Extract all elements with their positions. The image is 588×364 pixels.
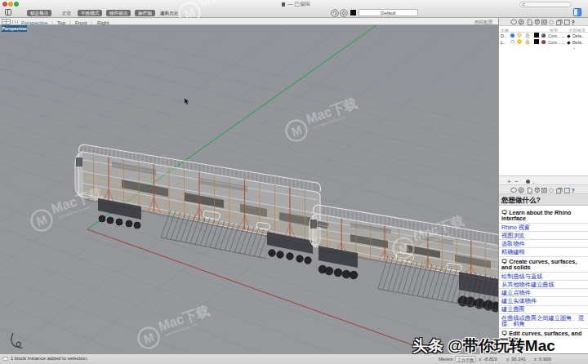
svg-text:Perspective: Perspective — [2, 26, 26, 31]
svg-text:@: @ — [519, 20, 523, 24]
svg-text:?: ? — [572, 20, 575, 25]
svg-text:?: ? — [572, 188, 575, 193]
svg-text:M: M — [182, 5, 196, 18]
svg-text:Mac下载: Mac下载 — [198, 0, 247, 11]
svg-text:@: @ — [519, 189, 523, 193]
